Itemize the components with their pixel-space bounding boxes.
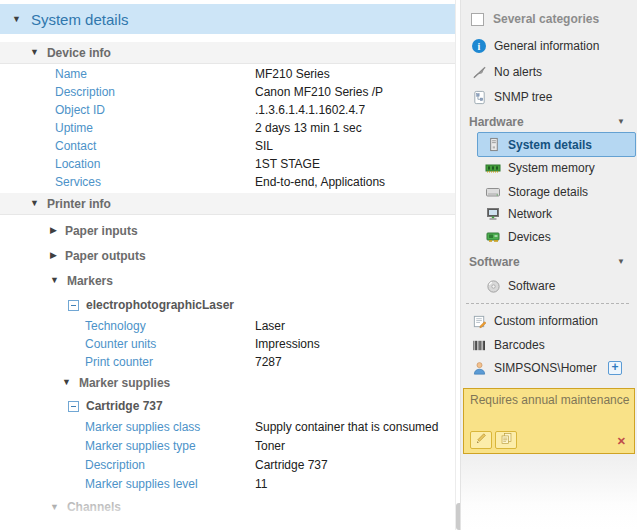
checkbox-icon[interactable] — [471, 13, 484, 26]
property-label: Description — [85, 456, 145, 475]
tree-node-label: Paper outputs — [65, 249, 146, 263]
item-label: SNMP tree — [494, 90, 552, 104]
property-row: Marker supplies class Supply container t… — [0, 418, 455, 437]
property-value: 1ST STAGE — [255, 155, 320, 173]
item-label: Custom information — [494, 314, 598, 328]
section-label: Printer info — [47, 197, 111, 211]
tree-node-label: Channels — [67, 500, 121, 514]
property-row: Description Cartridge 737 — [0, 456, 455, 475]
tree-node-marker-supplies[interactable]: ▼ Marker supplies — [0, 371, 455, 394]
property-row: Location 1ST STAGE — [0, 155, 455, 173]
property-row: Marker supplies type Toner — [0, 437, 455, 456]
expand-triangle-icon[interactable]: ▶ — [50, 251, 57, 260]
group-header-software[interactable]: Software ▼ — [461, 251, 637, 273]
note-toolbar — [470, 431, 517, 449]
collapse-box-icon[interactable] — [68, 300, 79, 311]
snmp-tree-icon — [471, 89, 487, 105]
tree-node-markers[interactable]: ▼ Markers — [0, 268, 455, 293]
property-value: 11 — [255, 475, 267, 494]
app-window: ▼ System details ▼ Device info Name MF21… — [0, 0, 637, 530]
note-box: Requires annual maintenance ✕ — [463, 388, 635, 454]
section-printer-info[interactable]: ▼ Printer info — [0, 193, 455, 215]
sidebar-item-barcodes[interactable]: Barcodes — [461, 334, 637, 356]
tree-node-paper-inputs[interactable]: ▶ Paper inputs — [0, 218, 455, 243]
chevron-down-icon[interactable]: ▼ — [617, 118, 625, 126]
property-row: Technology Laser — [0, 317, 455, 335]
note-text: Requires annual maintenance — [470, 393, 629, 407]
tree-node-channels[interactable]: ▼ Channels — [0, 496, 455, 518]
item-label: Network — [508, 207, 552, 221]
main-panel: ▼ System details ▼ Device info Name MF21… — [0, 0, 456, 530]
sidebar-item-devices[interactable]: Devices — [461, 226, 637, 248]
sidebar-item-storage-details[interactable]: Storage details — [461, 181, 637, 203]
sidebar: Several categories i General information… — [460, 0, 637, 530]
page-title: System details — [31, 11, 129, 28]
property-value: Supply container that is consumed — [255, 418, 438, 437]
collapse-triangle-icon[interactable]: ▼ — [50, 503, 59, 512]
property-value: MF210 Series — [255, 65, 330, 83]
property-label: Uptime — [55, 119, 93, 137]
property-value: Cartridge 737 — [255, 456, 328, 475]
add-note-button[interactable]: + — [608, 361, 622, 375]
section-label: Device info — [47, 46, 111, 60]
barcodes-icon — [471, 337, 487, 353]
property-value: Laser — [255, 317, 285, 335]
sidebar-item-system-memory[interactable]: System memory — [461, 157, 637, 179]
close-icon[interactable]: ✕ — [617, 436, 626, 447]
property-label: Contact — [55, 137, 96, 155]
copy-icon — [500, 432, 513, 448]
marker-name: electrophotographicLaser — [86, 298, 234, 312]
property-row: Counter units Impressions — [0, 335, 455, 353]
property-label: Object ID — [55, 101, 105, 119]
property-value: .1.3.6.1.4.1.1602.4.7 — [255, 101, 365, 119]
collapse-triangle-icon[interactable]: ▼ — [30, 48, 39, 57]
copy-note-button[interactable] — [495, 431, 517, 449]
property-label: Services — [55, 173, 101, 191]
sidebar-item-network[interactable]: Network — [461, 203, 637, 225]
chevron-down-icon[interactable]: ▼ — [617, 258, 625, 266]
property-row: Uptime 2 days 13 min 1 sec — [0, 119, 455, 137]
property-label: Technology — [85, 317, 146, 335]
collapse-triangle-icon[interactable]: ▼ — [50, 276, 59, 285]
tree-node-label: Marker supplies — [79, 376, 170, 390]
item-label: Barcodes — [494, 338, 545, 352]
property-value: Toner — [255, 437, 285, 456]
tree-node-marker-item[interactable]: electrophotographicLaser — [0, 293, 455, 317]
tree-node-cartridge-item[interactable]: Cartridge 737 — [0, 394, 455, 418]
property-label: Name — [55, 65, 87, 83]
sidebar-item-no-alerts[interactable]: No alerts — [461, 61, 637, 83]
sidebar-item-general-information[interactable]: i General information — [461, 35, 637, 57]
section-device-info[interactable]: ▼ Device info — [0, 42, 455, 64]
group-header-hardware[interactable]: Hardware ▼ — [461, 111, 637, 133]
expand-triangle-icon[interactable]: ▶ — [50, 226, 57, 235]
sidebar-item-system-details[interactable]: System details — [477, 132, 636, 157]
tree-node-paper-outputs[interactable]: ▶ Paper outputs — [0, 243, 455, 268]
system-details-header[interactable]: ▼ System details — [0, 4, 455, 34]
system-memory-icon — [485, 160, 501, 176]
collapse-box-icon[interactable] — [68, 401, 79, 412]
collapse-triangle-icon[interactable]: ▼ — [30, 199, 39, 208]
item-label: Storage details — [508, 185, 588, 199]
sidebar-item-custom-information[interactable]: Custom information — [461, 310, 637, 332]
collapse-triangle-icon[interactable]: ▼ — [62, 378, 71, 387]
collapse-triangle-icon[interactable]: ▼ — [12, 15, 21, 24]
sidebar-item-snmp-tree[interactable]: SNMP tree — [461, 86, 637, 108]
property-value: Canon MF210 Series /P — [255, 83, 383, 101]
no-alerts-icon — [471, 64, 487, 80]
pencil-icon — [475, 432, 488, 448]
several-categories-checkbox-item[interactable]: Several categories — [461, 8, 637, 30]
tree-node-label: Paper inputs — [65, 224, 138, 238]
property-value: End-to-end, Applications — [255, 173, 385, 191]
dashed-divider — [466, 303, 629, 304]
sidebar-item-user[interactable]: SIMPSONS\Homer + — [461, 357, 637, 379]
property-row: Object ID .1.3.6.1.4.1.1602.4.7 — [0, 101, 455, 119]
sidebar-item-software[interactable]: Software — [461, 275, 637, 297]
property-row: Marker supplies level 11 — [0, 475, 455, 494]
edit-note-button[interactable] — [470, 431, 492, 449]
item-label: SIMPSONS\Homer — [494, 361, 597, 375]
devices-icon — [485, 229, 501, 245]
tree-node-label: Markers — [67, 274, 113, 288]
storage-details-icon — [485, 184, 501, 200]
property-value: 2 days 13 min 1 sec — [255, 119, 362, 137]
network-icon — [485, 206, 501, 222]
